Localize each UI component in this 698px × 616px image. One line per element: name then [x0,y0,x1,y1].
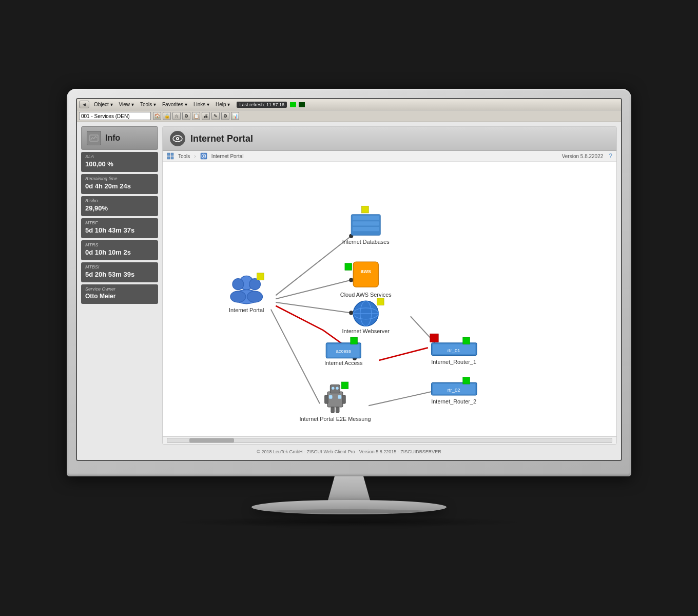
svg-rect-30 [345,263,352,271]
metric-mtbf-value: 5d 10h 43m 37s [85,225,154,235]
gear-icon[interactable]: ⚙ [182,112,190,120]
chart-icon[interactable]: 📊 [231,112,239,120]
browser-chrome: ◄ Object ▾ View ▾ Tools ▾ Favorites ▾ Li… [77,99,621,122]
breadcrumb-separator: › [194,153,196,159]
home-icon[interactable]: 🏠 [153,112,161,120]
svg-rect-6 [167,157,170,159]
menu-object[interactable]: Object ▾ [91,101,115,108]
svg-rect-51 [430,334,438,342]
content-header: Internet Portal [163,127,616,151]
print-icon[interactable]: 🖨 [202,112,210,120]
metric-remaining-value: 0d 4h 20m 24s [85,181,154,191]
metric-owner-value: Otto Meier [85,292,154,301]
scroll-thumb[interactable] [189,438,234,442]
settings-icon[interactable]: ⚙ [221,112,229,120]
metric-mtrs-label: MTRS [85,242,154,247]
svg-rect-44 [257,273,264,280]
browser-menu: Object ▾ View ▾ Tools ▾ Favorites ▾ Link… [91,101,232,108]
help-icon-small[interactable]: ? [609,152,612,160]
svg-rect-70 [331,407,335,413]
metric-risiko: Risiko 29,90% [81,196,158,216]
svg-text:Internet_Router_1: Internet_Router_1 [431,359,476,365]
svg-rect-25 [353,222,379,226]
toolbar-icons: 🏠 🔒 ☆ ⚙ 📋 🖨 ✎ ⚙ 📊 [153,112,239,120]
svg-text:rtr_02: rtr_02 [448,387,460,393]
back-button[interactable]: ◄ [79,101,89,108]
breadcrumb: Tools › Internet Portal Version 5.8.2 [163,151,616,162]
scroll-track[interactable] [167,438,612,443]
sidebar-header: Info [81,126,158,150]
star-icon[interactable]: ☆ [172,112,181,120]
metric-mtbf: MTBF 5d 10h 43m 37s [81,218,158,238]
footer-text: © 2018 LeuTek GmbH - ZISGUI-Web-Client-P… [257,449,441,454]
monitor-bezel: ◄ Object ▾ View ▾ Tools ▾ Favorites ▾ Li… [67,89,631,476]
svg-point-65 [336,387,338,390]
breadcrumb-portal-icon [200,152,207,160]
sidebar-title: Info [105,133,120,143]
metric-mtrs-value: 0d 10h 10m 2s [85,247,154,257]
version-text: Version 5.8.22022 [562,153,604,159]
diagram-area[interactable]: Internet Databases aws Cloud AWS Ser [163,162,616,436]
svg-rect-60 [463,377,470,384]
breadcrumb-tools[interactable]: Tools [178,153,190,159]
svg-point-64 [332,387,334,390]
copy-icon[interactable]: 📋 [192,112,200,120]
svg-rect-24 [353,216,379,220]
browser-addressbar: 🏠 🔒 ☆ ⚙ 📋 🖨 ✎ ⚙ 📊 [77,110,621,122]
metric-owner: Service Owner Otto Meier [81,284,158,304]
metric-mtbf-label: MTBF [85,220,154,225]
portal-icon [170,131,185,146]
metric-remaining: Remaining time 0d 4h 20m 24s [81,174,158,194]
svg-point-39 [232,279,244,290]
breadcrumb-portal[interactable]: Internet Portal [211,153,244,159]
address-bar[interactable] [79,112,151,120]
browser-toolbar: ◄ Object ▾ View ▾ Tools ▾ Favorites ▾ Li… [77,99,621,110]
refresh-indicator [290,102,296,107]
lock-icon[interactable]: 🔒 [163,112,171,120]
svg-text:Internet Webserver: Internet Webserver [342,328,390,334]
metric-owner-label: Service Owner [85,286,154,292]
svg-rect-4 [167,153,170,156]
svg-rect-67 [338,395,341,399]
menu-links[interactable]: Links ▾ [191,101,212,108]
svg-rect-5 [171,153,173,156]
svg-rect-36 [377,298,384,305]
svg-rect-72 [341,382,348,389]
svg-text:Internet Databases: Internet Databases [342,239,390,245]
menu-tools[interactable]: Tools ▾ [138,101,159,108]
svg-text:Internet_Router_2: Internet_Router_2 [431,398,476,405]
svg-rect-55 [463,337,470,344]
svg-point-40 [249,279,261,290]
svg-point-3 [177,138,178,139]
svg-rect-71 [336,407,339,413]
metric-sla: SLA 100,00 % [81,152,158,172]
info-icon [87,131,101,145]
app-content: Info SLA 100,00 % Remaining time 0d 4h 2… [77,122,621,459]
edit-icon[interactable]: ✎ [211,112,220,120]
svg-text:Cloud AWS Services: Cloud AWS Services [340,292,392,298]
content-area: Internet Portal Too [162,126,617,444]
horizontal-scrollbar[interactable] [163,436,616,444]
svg-text:Internet Portal E2E Messung: Internet Portal E2E Messung [299,416,371,422]
metric-mtbsi: MTBSI 5d 20h 53m 39s [81,262,158,282]
svg-rect-22 [362,206,369,214]
svg-text:access: access [336,348,351,354]
svg-rect-66 [329,395,333,399]
svg-rect-28 [353,262,378,287]
svg-point-20 [349,311,353,315]
app-main: Info SLA 100,00 % Remaining time 0d 4h 2… [81,126,617,444]
svg-rect-49 [351,337,358,344]
metric-mtrs: MTRS 0d 10h 10m 2s [81,240,158,260]
metric-mtbsi-value: 5d 20h 53m 39s [85,270,154,279]
svg-rect-63 [330,385,340,393]
metric-risiko-label: Risiko [85,198,154,203]
breadcrumb-grid-icon[interactable] [167,152,174,160]
app-footer: © 2018 LeuTek GmbH - ZISGUI-Web-Client-P… [81,448,617,456]
menu-favorites[interactable]: Favorites ▾ [160,101,190,108]
topology-diagram: Internet Databases aws Cloud AWS Ser [163,162,616,436]
menu-view[interactable]: View ▾ [117,101,137,108]
menu-help[interactable]: Help ▾ [213,101,232,108]
monitor-outer: ◄ Object ▾ View ▾ Tools ▾ Favorites ▾ Li… [67,89,631,527]
svg-text:Internet Portal: Internet Portal [229,307,264,313]
svg-text:Internet Access: Internet Access [324,360,363,367]
